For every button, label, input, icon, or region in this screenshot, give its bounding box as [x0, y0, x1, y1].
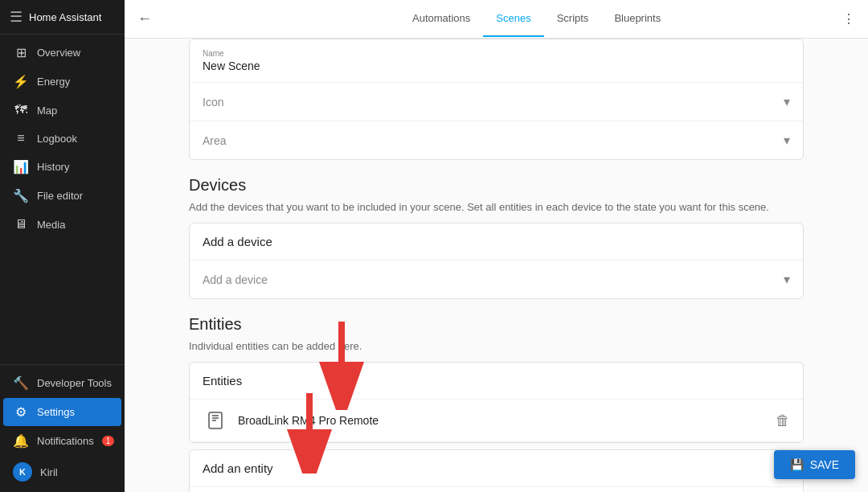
sidebar-item-profile[interactable]: K Kiril — [3, 456, 121, 488]
sidebar-item-overview-label: Overview — [37, 47, 80, 59]
sidebar-item-notifications-label: Notifications — [37, 435, 94, 447]
add-entity-card: Add an entity Add an entity ▾ — [189, 449, 804, 492]
add-device-placeholder: Add a device — [203, 273, 268, 286]
add-entity-dropdown[interactable]: Add an entity ▾ — [190, 487, 803, 492]
sidebar-bottom: 🔨 Developer Tools ⚙ Settings 🔔 Notificat… — [0, 364, 125, 492]
avatar: K — [13, 462, 32, 482]
sidebar-item-overview[interactable]: ⊞ Overview — [3, 39, 121, 67]
icon-dropdown-label: Icon — [203, 96, 223, 109]
devices-section-desc: Add the devices that you want to be incl… — [189, 201, 804, 213]
entities-card: Entities BroadLink RM4 Pro Remote 🗑 — [189, 362, 804, 443]
hamburger-icon[interactable]: ☰ — [10, 8, 23, 26]
main-area: ← Automations Scenes Scripts Blueprints … — [125, 0, 868, 492]
save-button[interactable]: 💾 SAVE — [774, 450, 855, 479]
tab-blueprints[interactable]: Blueprints — [601, 1, 674, 37]
tab-scripts[interactable]: Scripts — [544, 1, 602, 37]
sidebar-item-notifications[interactable]: 🔔 Notifications 1 — [3, 427, 121, 455]
sidebar-item-history-label: History — [37, 161, 69, 173]
notifications-icon: 🔔 — [13, 433, 29, 449]
sidebar-item-map[interactable]: 🗺 Map — [3, 96, 121, 124]
name-label: Name — [203, 49, 790, 58]
sidebar-header: ☰ Home Assistant — [0, 0, 125, 35]
delete-entity-icon[interactable]: 🗑 — [776, 412, 790, 429]
save-label: SAVE — [810, 458, 839, 471]
name-field-row: Name New Scene — [190, 39, 803, 83]
sidebar-item-settings[interactable]: ⚙ Settings — [3, 398, 121, 426]
add-device-chevron-icon: ▾ — [784, 272, 790, 287]
entities-section-title: Entities — [189, 315, 804, 334]
entity-name: BroadLink RM4 Pro Remote — [238, 414, 766, 427]
add-entity-wrapper: Add an entity Add an entity ▾ — [189, 449, 804, 492]
sidebar-item-energy[interactable]: ⚡ Energy — [3, 68, 121, 96]
area-dropdown[interactable]: Area ▾ — [190, 121, 803, 159]
overview-icon: ⊞ — [13, 45, 29, 60]
tab-scenes[interactable]: Scenes — [483, 1, 543, 37]
entity-row: BroadLink RM4 Pro Remote 🗑 — [190, 400, 803, 442]
sidebar-item-logbook-label: Logbook — [37, 133, 77, 145]
name-value[interactable]: New Scene — [203, 59, 790, 72]
add-entity-card-title: Add an entity — [190, 450, 803, 487]
entity-device-icon — [203, 408, 228, 433]
media-icon: 🖥 — [13, 217, 29, 232]
logbook-icon: ≡ — [13, 131, 29, 146]
entities-section-wrapper: Entities BroadLink RM4 Pro Remote 🗑 — [189, 362, 804, 443]
sidebar-item-settings-label: Settings — [37, 406, 75, 418]
sidebar-item-media[interactable]: 🖥 Media — [3, 211, 121, 238]
add-device-card-title: Add a device — [190, 223, 803, 260]
scene-fields-card: Name New Scene Icon ▾ Area ▾ — [189, 39, 804, 160]
area-chevron-icon: ▾ — [784, 133, 790, 148]
sidebar-item-file-editor-label: File editor — [37, 190, 83, 202]
entities-card-title: Entities — [190, 363, 803, 400]
sidebar-item-history[interactable]: 📊 History — [3, 153, 121, 181]
add-device-dropdown[interactable]: Add a device ▾ — [190, 260, 803, 298]
icon-dropdown[interactable]: Icon ▾ — [190, 83, 803, 121]
sidebar-item-profile-label: Kiril — [40, 466, 58, 478]
area-dropdown-label: Area — [203, 134, 227, 147]
sidebar-item-developer-tools-label: Developer Tools — [37, 377, 112, 389]
sidebar-item-file-editor[interactable]: 🔧 File editor — [3, 182, 121, 210]
icon-chevron-icon: ▾ — [784, 94, 790, 109]
entities-section-desc: Individual entities can be added here. — [189, 340, 804, 352]
tab-automations[interactable]: Automations — [399, 1, 483, 37]
sidebar-item-media-label: Media — [37, 219, 65, 231]
developer-tools-icon: 🔨 — [13, 375, 29, 391]
nav-tabs: Automations Scenes Scripts Blueprints — [399, 1, 674, 37]
sidebar-item-logbook[interactable]: ≡ Logbook — [3, 125, 121, 152]
sidebar-item-map-label: Map — [37, 105, 57, 117]
history-icon: 📊 — [13, 159, 29, 174]
sidebar-item-energy-label: Energy — [37, 76, 70, 88]
devices-section-title: Devices — [189, 176, 804, 195]
sidebar-item-developer-tools[interactable]: 🔨 Developer Tools — [3, 369, 121, 397]
settings-icon: ⚙ — [13, 404, 29, 420]
notification-badge: 1 — [102, 436, 115, 446]
save-icon: 💾 — [790, 458, 804, 471]
map-icon: 🗺 — [13, 103, 29, 117]
file-editor-icon: 🔧 — [13, 188, 29, 203]
content-area: Name New Scene Icon ▾ Area ▾ Devices Add… — [125, 39, 868, 492]
energy-icon: ⚡ — [13, 74, 29, 89]
more-icon[interactable]: ⋮ — [842, 11, 855, 27]
sidebar-nav: ⊞ Overview ⚡ Energy 🗺 Map ≡ Logbook 📊 Hi… — [0, 35, 125, 364]
sidebar: ☰ Home Assistant ⊞ Overview ⚡ Energy 🗺 M… — [0, 0, 125, 492]
app-title: Home Assistant — [29, 11, 101, 23]
add-device-card: Add a device Add a device ▾ — [189, 223, 804, 299]
topnav: ← Automations Scenes Scripts Blueprints … — [125, 0, 868, 39]
back-button[interactable]: ← — [137, 10, 152, 27]
